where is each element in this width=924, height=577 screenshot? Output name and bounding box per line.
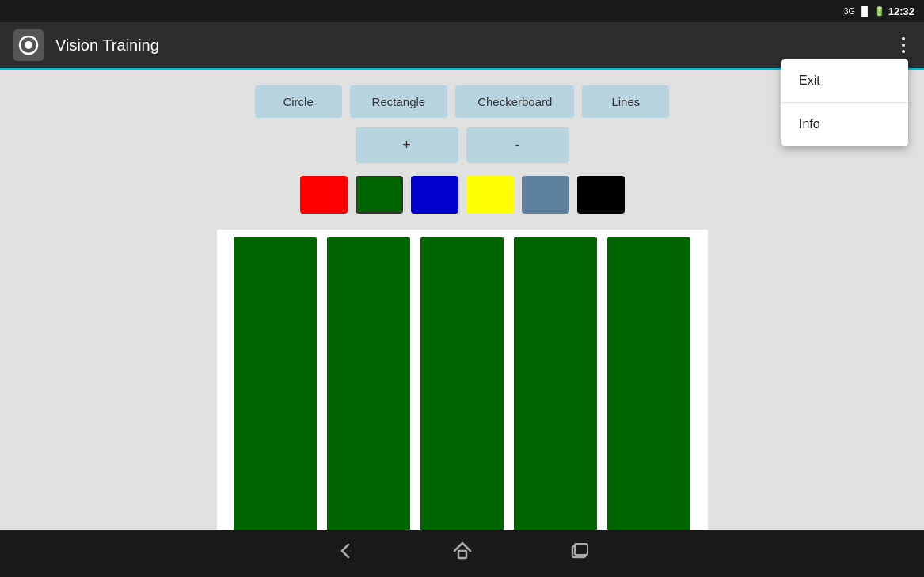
svg-point-1 [25,41,32,49]
color-blue[interactable] [411,176,458,214]
status-bar: 3G ▐▌ 🔋 12:32 [0,0,924,22]
signal-bars-icon: ▐▌ [858,6,871,16]
menu-dot [902,50,905,53]
menu-dot [902,37,905,40]
overflow-menu-button[interactable] [895,31,911,59]
drawing-area[interactable] [217,230,708,577]
color-swatches [300,176,625,214]
checkerboard-button[interactable]: Checkerboard [455,85,574,118]
menu-dot [902,44,905,47]
svg-rect-2 [458,551,466,558]
bar-3 [420,237,504,577]
home-button[interactable] [451,540,473,567]
bar-2 [327,237,410,577]
circle-button[interactable]: Circle [255,85,342,118]
status-time: 12:32 [888,6,914,17]
rectangle-button[interactable]: Rectangle [350,85,448,118]
size-buttons-row: + - [356,127,569,163]
bar-4 [514,237,597,577]
back-button[interactable] [334,540,356,567]
info-menu-item[interactable]: Info [781,103,908,146]
color-yellow[interactable] [466,176,514,214]
app-title: Vision Training [55,36,895,55]
size-plus-button[interactable]: + [356,127,458,163]
battery-icon: 🔋 [874,6,885,17]
color-red[interactable] [300,176,348,214]
size-minus-button[interactable]: - [466,127,569,163]
color-steel-blue[interactable] [522,176,569,214]
svg-rect-4 [575,544,587,555]
recents-button[interactable] [568,540,591,567]
nav-bar [0,530,924,577]
bar-1 [234,237,317,577]
color-green[interactable] [356,176,403,214]
canvas-inner [225,237,700,577]
context-menu: Exit Info [781,59,908,146]
app-logo [13,29,44,61]
exit-menu-item[interactable]: Exit [781,59,908,102]
signal-icon: 3G [843,6,855,16]
bar-5 [607,237,690,577]
shape-buttons-row: Circle Rectangle Checkerboard Lines [255,85,670,118]
status-icons: 3G ▐▌ 🔋 12:32 [843,6,914,17]
lines-button[interactable]: Lines [582,85,669,118]
color-black[interactable] [577,176,625,214]
